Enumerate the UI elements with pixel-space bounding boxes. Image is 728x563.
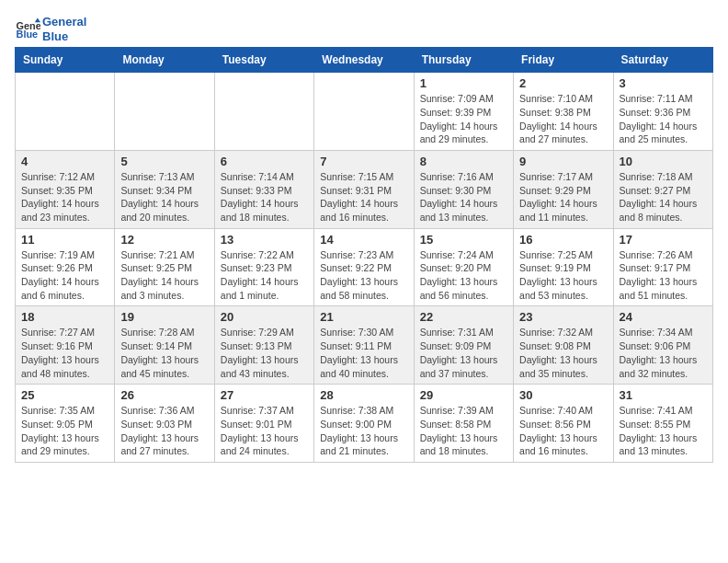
- header: General Blue GeneralBlue: [15, 15, 713, 43]
- day-number: 10: [620, 155, 707, 168]
- day-number: 2: [519, 76, 607, 90]
- day-info: Sunrise: 7:38 AM Sunset: 9:00 PM Dayligh…: [320, 404, 407, 458]
- day-info: Sunrise: 7:11 AM Sunset: 9:36 PM Dayligh…: [620, 92, 707, 146]
- calendar-day-18: 18Sunrise: 7:27 AM Sunset: 9:16 PM Dayli…: [16, 306, 115, 385]
- day-info: Sunrise: 7:24 AM Sunset: 9:20 PM Dayligh…: [420, 248, 507, 303]
- day-info: Sunrise: 7:37 AM Sunset: 9:01 PM Dayligh…: [221, 404, 308, 458]
- day-info: Sunrise: 7:23 AM Sunset: 9:22 PM Dayligh…: [320, 248, 407, 303]
- logo-text: GeneralBlue: [42, 15, 86, 43]
- day-number: 17: [620, 233, 707, 247]
- calendar-day-12: 12Sunrise: 7:21 AM Sunset: 9:25 PM Dayli…: [115, 228, 214, 306]
- day-info: Sunrise: 7:14 AM Sunset: 9:33 PM Dayligh…: [221, 170, 308, 224]
- calendar-day-15: 15Sunrise: 7:24 AM Sunset: 9:20 PM Dayli…: [414, 228, 513, 306]
- day-info: Sunrise: 7:27 AM Sunset: 9:16 PM Dayligh…: [21, 326, 108, 380]
- weekday-header-tuesday: Tuesday: [214, 48, 313, 73]
- calendar-day-7: 7Sunrise: 7:15 AM Sunset: 9:31 PM Daylig…: [314, 150, 414, 228]
- day-number: 31: [620, 388, 707, 402]
- day-info: Sunrise: 7:30 AM Sunset: 9:11 PM Dayligh…: [320, 326, 407, 380]
- calendar-day-24: 24Sunrise: 7:34 AM Sunset: 9:06 PM Dayli…: [613, 306, 712, 385]
- day-number: 16: [519, 233, 607, 247]
- calendar-day-20: 20Sunrise: 7:29 AM Sunset: 9:13 PM Dayli…: [214, 306, 313, 385]
- day-info: Sunrise: 7:25 AM Sunset: 9:19 PM Dayligh…: [519, 248, 607, 303]
- day-number: 22: [420, 310, 507, 324]
- calendar-day-29: 29Sunrise: 7:39 AM Sunset: 8:58 PM Dayli…: [414, 385, 513, 463]
- day-number: 5: [120, 155, 208, 168]
- calendar-day-17: 17Sunrise: 7:26 AM Sunset: 9:17 PM Dayli…: [613, 228, 712, 306]
- calendar-day-30: 30Sunrise: 7:40 AM Sunset: 8:56 PM Dayli…: [514, 385, 613, 463]
- calendar-day-11: 11Sunrise: 7:19 AM Sunset: 9:26 PM Dayli…: [16, 228, 115, 306]
- calendar-day-5: 5Sunrise: 7:13 AM Sunset: 9:34 PM Daylig…: [115, 150, 214, 228]
- day-info: Sunrise: 7:21 AM Sunset: 9:25 PM Dayligh…: [120, 248, 208, 303]
- calendar-day-13: 13Sunrise: 7:22 AM Sunset: 9:23 PM Dayli…: [214, 228, 313, 306]
- day-info: Sunrise: 7:22 AM Sunset: 9:23 PM Dayligh…: [221, 248, 308, 303]
- calendar-day-10: 10Sunrise: 7:18 AM Sunset: 9:27 PM Dayli…: [613, 150, 712, 228]
- day-number: 24: [620, 310, 707, 324]
- calendar-day-23: 23Sunrise: 7:32 AM Sunset: 9:08 PM Dayli…: [514, 306, 613, 385]
- calendar-empty-cell: [115, 73, 214, 151]
- day-info: Sunrise: 7:31 AM Sunset: 9:09 PM Dayligh…: [420, 326, 507, 380]
- day-number: 19: [120, 310, 208, 324]
- svg-text:Blue: Blue: [17, 29, 39, 40]
- calendar-day-31: 31Sunrise: 7:41 AM Sunset: 8:55 PM Dayli…: [613, 385, 712, 463]
- weekday-header-sunday: Sunday: [16, 48, 115, 73]
- weekday-header-saturday: Saturday: [613, 48, 712, 73]
- day-info: Sunrise: 7:12 AM Sunset: 9:35 PM Dayligh…: [21, 170, 108, 224]
- calendar-week-row: 25Sunrise: 7:35 AM Sunset: 9:05 PM Dayli…: [16, 385, 713, 463]
- weekday-header-monday: Monday: [115, 48, 214, 73]
- logo: General Blue GeneralBlue: [15, 15, 86, 43]
- day-number: 14: [320, 233, 407, 247]
- day-info: Sunrise: 7:35 AM Sunset: 9:05 PM Dayligh…: [21, 404, 108, 458]
- day-number: 21: [320, 310, 407, 324]
- day-number: 25: [21, 388, 108, 402]
- day-number: 29: [420, 388, 507, 402]
- calendar-day-25: 25Sunrise: 7:35 AM Sunset: 9:05 PM Dayli…: [16, 385, 115, 463]
- calendar-header-row: SundayMondayTuesdayWednesdayThursdayFrid…: [16, 48, 713, 73]
- calendar-day-2: 2Sunrise: 7:10 AM Sunset: 9:38 PM Daylig…: [514, 73, 613, 151]
- day-number: 23: [519, 310, 607, 324]
- calendar-day-9: 9Sunrise: 7:17 AM Sunset: 9:29 PM Daylig…: [514, 150, 613, 228]
- calendar-week-row: 1Sunrise: 7:09 AM Sunset: 9:39 PM Daylig…: [16, 73, 713, 151]
- day-info: Sunrise: 7:13 AM Sunset: 9:34 PM Dayligh…: [120, 170, 208, 224]
- day-number: 30: [519, 388, 607, 402]
- calendar-day-16: 16Sunrise: 7:25 AM Sunset: 9:19 PM Dayli…: [514, 228, 613, 306]
- calendar-empty-cell: [214, 73, 313, 151]
- day-number: 12: [120, 233, 208, 247]
- weekday-header-wednesday: Wednesday: [314, 48, 414, 73]
- day-info: Sunrise: 7:34 AM Sunset: 9:06 PM Dayligh…: [620, 326, 707, 380]
- day-info: Sunrise: 7:16 AM Sunset: 9:30 PM Dayligh…: [420, 170, 507, 224]
- day-info: Sunrise: 7:19 AM Sunset: 9:26 PM Dayligh…: [21, 248, 108, 303]
- day-info: Sunrise: 7:39 AM Sunset: 8:58 PM Dayligh…: [420, 404, 507, 458]
- day-number: 4: [21, 155, 108, 168]
- day-number: 18: [21, 310, 108, 324]
- day-info: Sunrise: 7:18 AM Sunset: 9:27 PM Dayligh…: [620, 170, 707, 224]
- day-number: 1: [420, 76, 507, 90]
- calendar-day-21: 21Sunrise: 7:30 AM Sunset: 9:11 PM Dayli…: [314, 306, 414, 385]
- weekday-header-thursday: Thursday: [414, 48, 513, 73]
- day-number: 7: [320, 155, 407, 168]
- day-number: 8: [420, 155, 507, 168]
- calendar-empty-cell: [16, 73, 115, 151]
- day-info: Sunrise: 7:17 AM Sunset: 9:29 PM Dayligh…: [519, 170, 607, 224]
- day-info: Sunrise: 7:15 AM Sunset: 9:31 PM Dayligh…: [320, 170, 407, 224]
- calendar-week-row: 18Sunrise: 7:27 AM Sunset: 9:16 PM Dayli…: [16, 306, 713, 385]
- day-number: 27: [221, 388, 308, 402]
- calendar-table: SundayMondayTuesdayWednesdayThursdayFrid…: [15, 47, 713, 463]
- day-number: 28: [320, 388, 407, 402]
- day-number: 9: [519, 155, 607, 168]
- day-number: 26: [120, 388, 208, 402]
- calendar-day-4: 4Sunrise: 7:12 AM Sunset: 9:35 PM Daylig…: [16, 150, 115, 228]
- day-info: Sunrise: 7:29 AM Sunset: 9:13 PM Dayligh…: [221, 326, 308, 380]
- calendar-day-22: 22Sunrise: 7:31 AM Sunset: 9:09 PM Dayli…: [414, 306, 513, 385]
- day-info: Sunrise: 7:26 AM Sunset: 9:17 PM Dayligh…: [620, 248, 707, 303]
- calendar-day-28: 28Sunrise: 7:38 AM Sunset: 9:00 PM Dayli…: [314, 385, 414, 463]
- day-number: 6: [221, 155, 308, 168]
- day-info: Sunrise: 7:10 AM Sunset: 9:38 PM Dayligh…: [519, 92, 607, 146]
- day-info: Sunrise: 7:28 AM Sunset: 9:14 PM Dayligh…: [120, 326, 208, 380]
- day-info: Sunrise: 7:36 AM Sunset: 9:03 PM Dayligh…: [120, 404, 208, 458]
- day-number: 13: [221, 233, 308, 247]
- calendar-day-26: 26Sunrise: 7:36 AM Sunset: 9:03 PM Dayli…: [115, 385, 214, 463]
- day-number: 15: [420, 233, 507, 247]
- logo-icon: General Blue: [15, 17, 40, 42]
- day-info: Sunrise: 7:40 AM Sunset: 8:56 PM Dayligh…: [519, 404, 607, 458]
- calendar-day-3: 3Sunrise: 7:11 AM Sunset: 9:36 PM Daylig…: [613, 73, 712, 151]
